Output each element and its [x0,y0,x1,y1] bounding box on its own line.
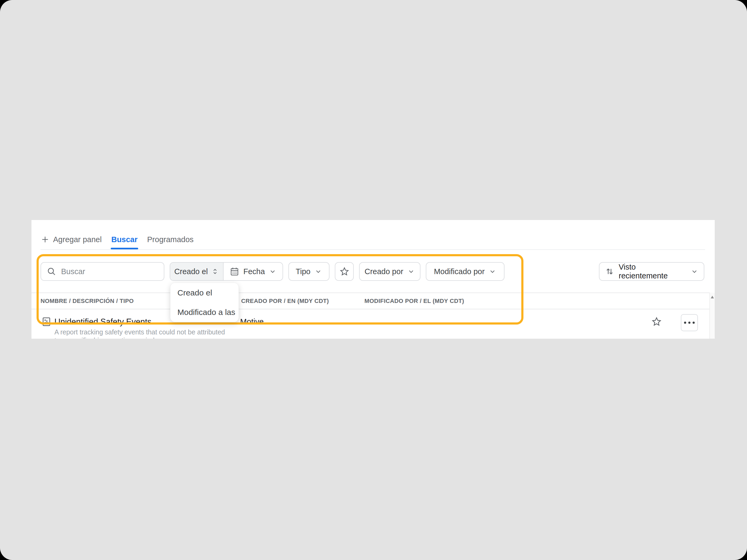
table-header: NOMBRE / DESCRIPCIÓN / TIPO CREADO POR /… [31,293,710,309]
column-header-created: CREADO POR / EN (MDY CDT) [241,293,329,309]
chevron-down-icon [314,267,322,275]
favorites-filter-button[interactable] [335,262,354,281]
sort-order-label: Visto recientemente [619,263,686,280]
tab-bar-divider [41,249,705,250]
chevron-down-icon [488,267,496,275]
calendar-icon [229,266,239,276]
created-by-filter-label: Creado por [364,267,403,276]
tab-scheduled[interactable]: Programados [147,230,194,249]
sort-field-label: Creado el [174,267,208,276]
dashboards-panel: Agregar panel Buscar Programados Creado … [31,220,715,339]
sort-field-dropdown: Creado el Modificado a las [170,283,239,322]
modified-by-filter-button[interactable]: Modificado por [426,262,505,281]
tab-add-panel[interactable]: Agregar panel [41,230,102,249]
type-filter-button[interactable]: Tipo [288,262,330,281]
date-picker-button[interactable]: Fecha [224,263,283,280]
search-input[interactable] [61,267,141,276]
dropdown-item-created-on[interactable]: Creado el [171,283,238,302]
created-by-filter-button[interactable]: Creado por [359,262,420,281]
table-scrollbar[interactable] [710,293,715,339]
star-icon [339,266,350,277]
type-filter-label: Tipo [295,267,310,276]
page-background: Agregar panel Buscar Programados Creado … [0,0,747,560]
dropdown-item-modified-at[interactable]: Modificado a las [171,302,238,322]
filter-bar: Creado el Fecha Tipo [41,262,505,281]
chevron-down-icon [269,267,277,275]
sort-order-button[interactable]: Visto recientemente [599,262,704,281]
column-header-modified: MODIFICADO POR / EL (MDY CDT) [364,293,464,309]
date-picker-label: Fecha [243,267,265,276]
date-filter-group: Creado el Fecha [170,262,283,281]
tab-search-label: Buscar [111,235,137,244]
search-field[interactable] [41,262,164,281]
tab-scheduled-label: Programados [147,235,194,244]
modified-by-filter-label: Modificado por [434,267,485,276]
report-description-line2: to a specific driver per time period. [54,337,156,339]
scroll-up-icon[interactable] [711,296,714,298]
report-icon [41,316,52,327]
report-description-line1: A report tracking safety events that cou… [54,328,225,336]
sort-arrows-icon [605,267,614,276]
more-icon [684,322,686,324]
chevron-down-icon [691,267,698,275]
column-header-name: NOMBRE / DESCRIPCIÓN / TIPO [41,293,134,309]
chevron-down-icon [407,267,415,275]
search-icon [46,266,56,276]
report-name[interactable]: Unidentified Safety Events [54,317,152,327]
star-icon[interactable] [651,316,662,327]
tab-bar: Agregar panel Buscar Programados [41,230,194,249]
tab-add-panel-label: Agregar panel [53,235,102,244]
sort-field-button[interactable]: Creado el [170,263,224,280]
chevron-expand-icon [211,267,219,275]
tab-search[interactable]: Buscar [111,230,137,249]
more-actions-button[interactable] [681,314,698,331]
report-created-by: Motive [240,317,264,326]
plus-icon [41,235,50,244]
